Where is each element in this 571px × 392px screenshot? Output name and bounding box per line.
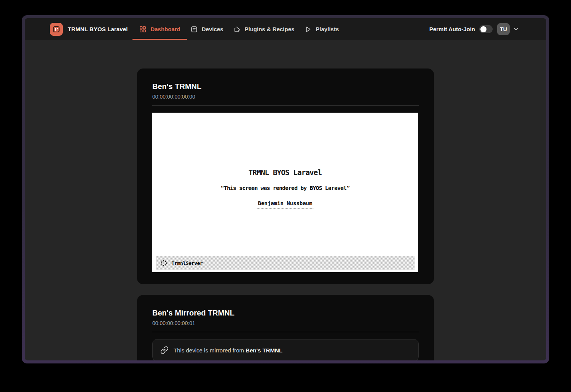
device-screen-preview: TRMNL BYOS Laravel “This screen was rend… [152, 113, 418, 272]
mirror-notice: This device is mirrored fromBen's TRMNL [152, 339, 419, 360]
nav-item-dashboard[interactable]: Dashboard [136, 18, 183, 40]
nav-item-plugins-recipes[interactable]: Plugins & Recipes [230, 18, 298, 40]
topbar-right: Permit Auto-Join TU [429, 18, 519, 40]
screen-title: TRMNL BYOS Laravel [152, 113, 418, 177]
app-window: TRMNL BYOS Laravel Dashboard [22, 15, 549, 363]
main-content: Ben's TRMNL 00:00:00:00:00:00 TRMNL BYOS… [25, 40, 546, 360]
device-mac-address: 00:00:00:00:00:01 [152, 320, 419, 327]
navbar: TRMNL BYOS Laravel Dashboard [25, 18, 546, 40]
device-card-bens-mirrored-trmnl: Ben's Mirrored TRMNL 00:00:00:00:00:01 T… [137, 295, 434, 360]
device-name: Ben's Mirrored TRMNL [152, 308, 419, 318]
mirror-source-device: Ben's TRMNL [246, 347, 282, 354]
nav-label-dashboard: Dashboard [150, 26, 180, 32]
brand-title: TRMNL BYOS Laravel [68, 26, 128, 32]
devices-list-icon [190, 25, 198, 33]
card-divider [152, 105, 419, 106]
play-icon [304, 25, 312, 33]
eink-screen: TRMNL BYOS Laravel “This screen was rend… [152, 113, 418, 272]
dashboard-grid-icon [139, 25, 147, 33]
card-divider [152, 332, 419, 332]
chevron-down-icon[interactable] [513, 26, 519, 32]
mirror-notice-prefix: This device is mirrored from [174, 347, 244, 354]
app-window-inner: TRMNL BYOS Laravel Dashboard [25, 18, 546, 360]
nav-label-plugins-recipes: Plugins & Recipes [244, 26, 294, 32]
device-card-bens-trmnl: Ben's TRMNL 00:00:00:00:00:00 TRMNL BYOS… [137, 69, 434, 284]
mirror-notice-text: This device is mirrored fromBen's TRMNL [174, 347, 282, 354]
screen-quote: “This screen was rendered by BYOS Larave… [152, 185, 418, 191]
brand[interactable]: TRMNL BYOS Laravel [50, 18, 128, 40]
device-name: Ben's TRMNL [152, 81, 419, 91]
user-avatar[interactable]: TU [497, 23, 510, 35]
permit-auto-join-toggle[interactable] [479, 25, 493, 33]
main-nav: Dashboard Devices [136, 18, 345, 40]
toggle-knob [480, 26, 486, 32]
screen-author-wrap: Benjamin Nussbaum [152, 200, 418, 209]
screen-status-bar: TrmnlServer [156, 256, 415, 270]
nav-label-playlists: Playlists [316, 26, 339, 32]
permit-auto-join-label: Permit Auto-Join [429, 26, 475, 32]
status-bar-label: TrmnlServer [172, 260, 203, 266]
screen-author-link: Benjamin Nussbaum [257, 200, 313, 209]
trmnl-logo-icon [50, 23, 63, 36]
device-mac-address: 00:00:00:00:00:00 [152, 93, 419, 100]
refresh-spinner-icon [160, 259, 167, 266]
nav-label-devices: Devices [202, 26, 223, 32]
link-chain-icon [160, 346, 169, 354]
nav-item-devices[interactable]: Devices [187, 18, 227, 40]
nav-item-playlists[interactable]: Playlists [301, 18, 342, 40]
puzzle-icon [233, 25, 241, 33]
